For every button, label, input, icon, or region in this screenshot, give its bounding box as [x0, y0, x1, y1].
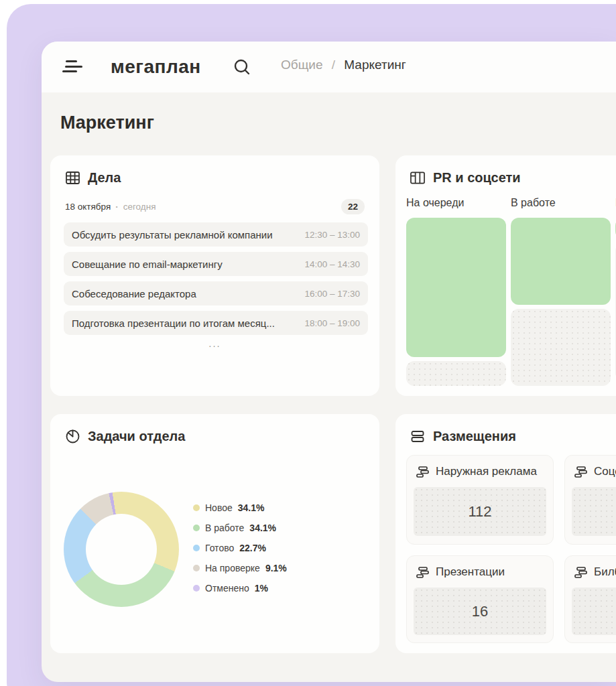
placement-value-box — [572, 487, 616, 536]
legend-label: Отменено — [205, 583, 249, 594]
kanban-columns: На очередиВ работеПроверка — [406, 197, 616, 386]
app-window: мегаплан Общие / Маркетинг Маркетинг — [42, 42, 616, 682]
pr-kanban-card: PR и соцсети На очередиВ работеПроверка — [395, 155, 616, 396]
placement-value-box — [572, 588, 616, 635]
kanban-task-card[interactable] — [406, 218, 506, 357]
pr-kanban-title: PR и соцсети — [433, 170, 521, 186]
kanban-placeholder — [511, 309, 611, 386]
legend-value: 22.7% — [239, 543, 266, 553]
placement-card-header: Билборды — [574, 565, 616, 579]
tasks-donut-chart — [64, 492, 179, 607]
search-icon[interactable] — [231, 56, 253, 78]
placement-value-box: 16 — [414, 588, 546, 635]
kanban-column-label: На очереди — [406, 197, 506, 213]
legend-value: 34.1% — [249, 523, 276, 533]
deal-time: 12:30 – 13:00 — [304, 230, 360, 240]
placements-card: Размещения Наружная реклама112СоцсетиПре… — [395, 414, 616, 653]
deal-row[interactable]: Собеседование редактора16:00 – 17:30 — [64, 281, 368, 305]
breadcrumb-current[interactable]: Маркетинг — [344, 58, 406, 72]
legend-label: Готово — [205, 543, 234, 553]
deals-date: 18 октября — [65, 202, 111, 212]
breadcrumb: Общие / Маркетинг — [281, 58, 406, 72]
legend-value: 1% — [255, 583, 268, 594]
placement-label: Наружная реклама — [436, 465, 537, 478]
legend-row: В работе34.1% — [193, 521, 287, 534]
placement-card-header: Наружная реклама — [416, 465, 537, 478]
legend-dot — [193, 525, 200, 531]
deals-date-note: сегодня — [123, 202, 156, 212]
legend-dot — [193, 504, 200, 511]
legend-dot — [193, 565, 200, 571]
legend-label: В работе — [205, 523, 244, 533]
deals-date-row: 18 октября · сегодня 22 — [65, 198, 365, 214]
placement-card-header: Соцсети — [574, 465, 616, 478]
legend-row: На проверке9.1% — [193, 561, 287, 574]
deal-time: 14:00 – 14:30 — [304, 259, 360, 269]
app-bar: мегаплан Общие / Маркетинг — [42, 42, 616, 92]
placement-card[interactable]: Наружная реклама112 — [406, 455, 554, 545]
placement-label: Билборды — [594, 565, 616, 579]
deal-time: 16:00 – 17:30 — [304, 289, 360, 299]
placement-label: Презентации — [436, 565, 505, 579]
deals-count-badge: 22 — [341, 199, 365, 214]
deals-card: Дела 18 октября · сегодня 22 Обсудить ре… — [50, 155, 379, 396]
donut-hole — [86, 514, 157, 585]
placement-label: Соцсети — [594, 465, 616, 478]
breadcrumb-separator: / — [332, 58, 335, 72]
department-tasks-title: Задачи отдела — [88, 429, 185, 444]
screen: мегаплан Общие / Маркетинг Маркетинг — [0, 0, 616, 686]
kanban-column: В работе — [511, 197, 611, 386]
flow-bars-icon — [416, 567, 429, 578]
kanban-board-icon — [410, 171, 425, 186]
legend-label: На проверке — [205, 563, 260, 573]
page-title: Маркетинг — [60, 113, 154, 133]
kanban-task-card[interactable] — [511, 218, 611, 305]
deal-row[interactable]: Совещание по email-маркетингу14:00 – 14:… — [64, 252, 368, 276]
stacked-rows-icon — [410, 429, 425, 444]
placement-value: 16 — [472, 603, 488, 620]
kanban-column-label: В работе — [511, 197, 611, 213]
deals-date-separator: · — [115, 202, 119, 212]
placement-value: 112 — [468, 503, 491, 521]
breadcrumb-parent[interactable]: Общие — [281, 58, 322, 72]
legend-row: Новое34.1% — [193, 501, 287, 514]
pie-chart-icon — [65, 429, 80, 444]
placement-value-box: 112 — [414, 487, 546, 536]
deals-card-title: Дела — [88, 170, 121, 186]
kanban-column: На очереди — [406, 197, 506, 386]
kanban-column-blocks — [511, 218, 611, 386]
legend-dot — [193, 545, 200, 551]
flow-bars-icon — [574, 567, 587, 578]
placements-grid: Наружная реклама112СоцсетиПрезентации16Б… — [406, 455, 616, 643]
app-logo[interactable]: мегаплан — [111, 56, 201, 78]
placement-card[interactable]: Соцсети — [564, 455, 616, 545]
kanban-column-blocks — [406, 218, 506, 386]
flow-bars-icon — [574, 466, 587, 478]
deal-title: Подготовка презентации по итогам месяц..… — [72, 318, 298, 329]
legend-value: 9.1% — [265, 563, 287, 573]
tasks-legend: Новое34.1%В работе34.1%Готово22.7%На про… — [193, 501, 287, 594]
deal-row[interactable]: Подготовка презентации по итогам месяц..… — [64, 311, 368, 335]
deal-title: Собеседование редактора — [72, 288, 298, 299]
table-grid-icon — [65, 171, 80, 186]
legend-row: Готово22.7% — [193, 541, 287, 554]
deals-list: Обсудить результаты рекламной компании12… — [64, 222, 368, 335]
deal-title: Обсудить результаты рекламной компании — [72, 229, 298, 241]
placement-card-header: Презентации — [416, 565, 505, 579]
placements-title: Размещения — [433, 429, 516, 444]
legend-row: Отменено1% — [193, 581, 287, 594]
legend-dot — [193, 585, 200, 592]
legend-label: Новое — [205, 502, 233, 513]
deal-time: 18:00 – 19:00 — [304, 318, 360, 328]
deal-row[interactable]: Обсудить результаты рекламной компании12… — [64, 222, 368, 247]
placement-card[interactable]: Презентации16 — [406, 555, 554, 643]
deals-more-button[interactable]: ... — [50, 338, 379, 349]
legend-value: 34.1% — [238, 502, 265, 513]
kanban-placeholder — [406, 361, 506, 386]
department-tasks-card: Задачи отдела Новое34.1%В работе34.1%Гот… — [50, 414, 379, 653]
placement-card[interactable]: Билборды — [564, 555, 616, 643]
menu-icon[interactable] — [62, 60, 82, 74]
flow-bars-icon — [416, 466, 429, 478]
deal-title: Совещание по email-маркетингу — [72, 259, 298, 270]
